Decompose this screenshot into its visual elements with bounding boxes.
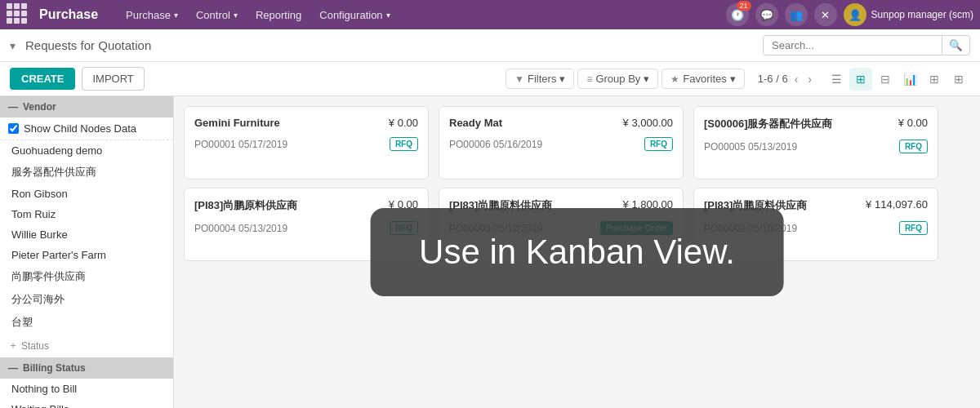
kanban-card-1-header: Ready Mat ¥ 3,000.00 <box>449 117 673 129</box>
vendor-item-4[interactable]: Willie Burke <box>0 224 173 245</box>
favorites-button[interactable]: ★ Favorites ▾ <box>662 69 744 89</box>
kanban-po-4: PO00003 05/12/2019 <box>449 223 542 234</box>
user-label: Sunpop manager (scm) <box>871 9 973 20</box>
plus-icon: ＋ <box>8 339 18 353</box>
kanban-card-2-header: [S00006]服务器配件供应商 ¥ 0.00 <box>704 117 928 131</box>
billing-section-header[interactable]: — Billing Status <box>0 357 173 379</box>
vendor-item-1[interactable]: 服务器配件供应商 <box>0 161 173 184</box>
billing-section-label: Billing Status <box>23 362 86 374</box>
show-child-nodes-label: Show Child Nodes Data <box>24 122 136 135</box>
kanban-card-2-body: PO00005 05/13/2019 RFQ <box>704 140 928 153</box>
nav-item-control[interactable]: Control ▾ <box>188 6 246 24</box>
minus-icon: — <box>8 101 18 113</box>
kanban-amount-5: ¥ 114,097.60 <box>866 198 928 211</box>
kanban-po-1: PO00006 05/16/2019 <box>449 139 542 150</box>
clock-icon[interactable]: 🕐 21 <box>726 3 749 26</box>
billing-item-0[interactable]: Nothing to Bill <box>0 379 173 399</box>
breadcrumb-toggle[interactable]: ▾ <box>10 39 16 52</box>
chevron-down-icon: ▾ <box>559 73 565 85</box>
kanban-vendor-0: Gemini Furniture <box>194 117 280 129</box>
kanban-card-5-header: [PI83]尚鹏原料供应商 ¥ 114,097.60 <box>704 198 928 213</box>
vendor-item-0[interactable]: Guohuadeng demo <box>0 140 173 161</box>
vendor-item-7[interactable]: 分公司海外 <box>0 288 173 311</box>
app-grid-icon[interactable] <box>7 3 29 26</box>
kanban-amount-3: ¥ 0.00 <box>389 198 418 211</box>
kanban-card-3-header: [PI83]尚鹏原料供应商 ¥ 0.00 <box>194 198 418 213</box>
kanban-col-1: Ready Mat ¥ 3,000.00 PO00006 05/16/2019 … <box>439 106 684 398</box>
chevron-down-icon: ▾ <box>730 73 736 85</box>
kanban-card-0[interactable]: Gemini Furniture ¥ 0.00 PO00001 05/17/20… <box>184 106 429 180</box>
chevron-down-icon: ▾ <box>644 73 649 85</box>
vendor-item-6[interactable]: 尚鹏零件供应商 <box>0 265 173 288</box>
kanban-vendor-4: [PI83]尚鹏原料供应商 <box>449 198 552 213</box>
vendor-item-5[interactable]: Pieter Parter's Farm <box>0 245 173 265</box>
add-status-row[interactable]: ＋ Status <box>0 334 173 357</box>
pivot-view-button[interactable]: ⊞ <box>923 68 946 91</box>
action-bar: CREATE IMPORT ▼ Filters ▾ ≡ Group By ▾ ★… <box>0 62 980 96</box>
sidebar: — Vendor Show Child Nodes Data Guohuaden… <box>0 96 174 408</box>
search-input[interactable] <box>763 35 942 55</box>
chart-view-button[interactable]: 📊 <box>898 68 921 91</box>
vendor-item-8[interactable]: 台塑 <box>0 311 173 334</box>
chevron-down-icon: ▾ <box>386 11 390 20</box>
kanban-badge-1: RFQ <box>644 137 673 151</box>
avatar: 👤 <box>844 3 866 26</box>
filters-button[interactable]: ▼ Filters ▾ <box>506 69 574 89</box>
close-icon[interactable]: ✕ <box>814 3 837 26</box>
nav-right-icons: 🕐 21 💬 👥 ✕ 👤 Sunpop manager (scm) <box>726 3 973 26</box>
kanban-badge-4: Purchase Order <box>600 221 673 235</box>
kanban-amount-0: ¥ 0.00 <box>389 117 418 129</box>
next-page-button[interactable]: › <box>804 71 815 87</box>
pagination: 1-6 / 6 ‹ › <box>758 71 815 87</box>
main-nav: Purchase ▾ Control ▾ Reporting Configura… <box>118 6 719 24</box>
kanban-vendor-3: [PI83]尚鹏原料供应商 <box>194 198 297 213</box>
star-icon: ★ <box>670 73 679 85</box>
user-menu[interactable]: 👤 Sunpop manager (scm) <box>844 3 973 26</box>
vendor-section-header[interactable]: — Vendor <box>0 96 173 118</box>
vendor-item-3[interactable]: Tom Ruiz <box>0 204 173 224</box>
groupby-button[interactable]: ≡ Group By ▾ <box>577 69 658 89</box>
nav-item-purchase[interactable]: Purchase ▾ <box>118 6 186 24</box>
kanban-po-0: PO00001 05/17/2019 <box>194 139 287 150</box>
kanban-po-3: PO00004 05/13/2019 <box>194 223 287 234</box>
kanban-badge-0: RFQ <box>390 137 418 151</box>
filter-group: ▼ Filters ▾ ≡ Group By ▾ ★ Favorites ▾ 1… <box>506 68 970 91</box>
kanban-card-3[interactable]: [PI83]尚鹏原料供应商 ¥ 0.00 PO00004 05/13/2019 … <box>184 188 429 261</box>
kanban-amount-4: ¥ 1,800.00 <box>623 198 673 211</box>
view-switcher: ☰ ⊞ ⊟ 📊 ⊞ ⊞ <box>825 68 970 91</box>
kanban-view-button[interactable]: ⊞ <box>849 68 872 91</box>
vendor-item-2[interactable]: Ron Gibson <box>0 184 173 204</box>
kanban-po-2: PO00005 05/13/2019 <box>704 141 797 153</box>
kanban-card-0-body: PO00001 05/17/2019 RFQ <box>194 137 418 151</box>
import-button[interactable]: IMPORT <box>82 67 144 91</box>
create-button[interactable]: CREATE <box>10 68 75 90</box>
kanban-vendor-1: Ready Mat <box>449 117 502 129</box>
search-button[interactable]: 🔍 <box>942 35 970 55</box>
list-view-button[interactable]: ☰ <box>825 68 848 91</box>
kanban-card-4-header: [PI83]尚鹏原料供应商 ¥ 1,800.00 <box>449 198 673 213</box>
kanban-card-2[interactable]: [S00006]服务器配件供应商 ¥ 0.00 PO00005 05/13/20… <box>693 106 938 180</box>
chevron-down-icon: ▾ <box>174 11 178 20</box>
kanban-card-4[interactable]: [PI83]尚鹏原料供应商 ¥ 1,800.00 PO00003 05/12/2… <box>439 188 684 261</box>
kanban-card-5[interactable]: [PI83]尚鹏原料供应商 ¥ 114,097.60 PO00002 05/10… <box>693 188 938 261</box>
breadcrumb-title: Requests for Quotation <box>25 38 151 52</box>
kanban-card-1[interactable]: Ready Mat ¥ 3,000.00 PO00006 05/16/2019 … <box>439 106 684 180</box>
kanban-badge-3: RFQ <box>390 221 418 235</box>
main-content: — Vendor Show Child Nodes Data Guohuaden… <box>0 96 980 408</box>
calendar-view-button[interactable]: ⊞ <box>947 68 970 91</box>
grid-view-button[interactable]: ⊟ <box>874 68 897 91</box>
nav-item-configuration[interactable]: Configuration ▾ <box>311 6 398 24</box>
billing-item-1[interactable]: Waiting Bills <box>0 399 173 408</box>
kanban-col-2: [S00006]服务器配件供应商 ¥ 0.00 PO00005 05/13/20… <box>693 106 938 398</box>
chat-icon[interactable]: 💬 <box>755 3 778 26</box>
contacts-icon[interactable]: 👥 <box>785 3 808 26</box>
breadcrumb-bar: ▾ Requests for Quotation 🔍 <box>0 29 980 62</box>
chevron-down-icon: ▾ <box>234 11 238 20</box>
nav-item-reporting[interactable]: Reporting <box>247 6 310 24</box>
search-bar: 🔍 <box>763 35 970 55</box>
prev-page-button[interactable]: ‹ <box>791 71 802 87</box>
kanban-card-3-body: PO00004 05/13/2019 RFQ <box>194 221 418 235</box>
show-child-nodes-checkbox[interactable] <box>8 123 19 134</box>
kanban-card-4-body: PO00003 05/12/2019 Purchase Order <box>449 221 673 235</box>
kanban-badge-2: RFQ <box>899 140 928 153</box>
